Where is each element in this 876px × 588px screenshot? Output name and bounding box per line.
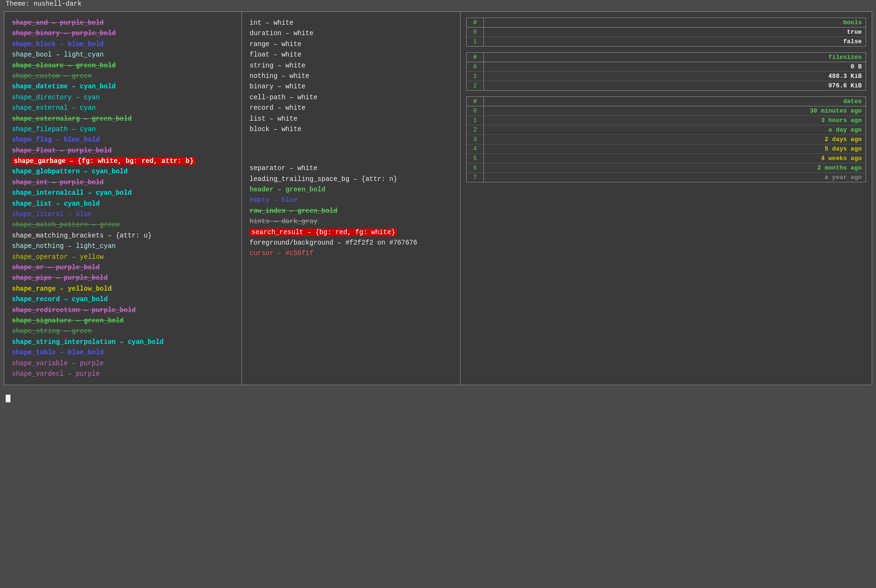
middle-item: string – white: [250, 60, 452, 71]
middle-item-search-result: search_result – {bg: red, fg: white}: [250, 227, 452, 237]
bools-row-0-num: 0: [467, 28, 484, 37]
left-panel-item: shape_flag – blue_bold: [12, 134, 234, 145]
left-panel-item: shape_closure – green_bold: [12, 60, 234, 71]
left-panel-item: shape_signature – green_bold: [12, 315, 234, 326]
dates-row-0-num: 0: [467, 106, 484, 115]
left-panel-item: shape_list – cyan_bold: [12, 199, 234, 209]
middle-item: int – white: [250, 18, 452, 28]
bools-row-1-num: 1: [467, 37, 484, 46]
theme-label: Theme: nushell-dark: [0, 0, 87, 11]
filesizes-table: # filesizes 0 0 B 1 488.3 KiB 2 976.6 Ki…: [466, 52, 866, 91]
left-panel-item: shape_int – purple_bold: [12, 177, 234, 188]
left-panel-item-garbage: shape_garbage – {fg: white, bg: red, att…: [12, 156, 234, 166]
left-panel-item: shape_or – purple_bold: [12, 262, 234, 273]
dates-row-4-val: 5 days ago: [484, 144, 866, 153]
left-panel-item: shape_redirection – purple_bold: [12, 305, 234, 315]
left-panel-item: shape_pipe – purple_bold: [12, 273, 234, 283]
middle-item: binary – white: [250, 81, 452, 92]
middle-item: record – white: [250, 103, 452, 113]
left-panel-item: shape_internalcall – cyan_bold: [12, 188, 234, 198]
middle-item: nothing – white: [250, 71, 452, 81]
middle-item-empty: empty – blue: [250, 195, 452, 205]
dates-row-3-val: 2 days ago: [484, 135, 866, 144]
filesizes-row-1-num: 1: [467, 72, 484, 81]
dates-table: # dates 0 30 minutes ago 1 3 hours ago 2…: [466, 96, 866, 182]
middle-item: range – white: [250, 39, 452, 49]
dates-row-6: 6 2 months ago: [467, 163, 866, 173]
middle-item-header: header – green_bold: [250, 184, 452, 195]
left-panel-item: shape_float – purple_bold: [12, 145, 234, 156]
filesizes-row-0: 0 0 B: [467, 62, 866, 72]
middle-item-row-index: row_index – green_bold: [250, 206, 452, 216]
left-panel-item: shape_record – cyan_bold: [12, 294, 234, 304]
dates-row-6-val: 2 months ago: [484, 163, 866, 172]
dates-row-1-num: 1: [467, 116, 484, 125]
filesizes-row-0-num: 0: [467, 62, 484, 71]
dates-title-header: dates: [484, 97, 866, 106]
left-panel-item: shape_datetime – cyan_bold: [12, 81, 234, 92]
bools-table: # bools 0 true 1 false: [466, 18, 866, 47]
left-panel-item: shape_external – cyan: [12, 103, 234, 113]
dates-row-7: 7 a year ago: [467, 173, 866, 182]
terminal-cursor: [6, 395, 10, 402]
middle-item: cell-path – white: [250, 92, 452, 103]
middle-spacer: [250, 134, 452, 163]
dates-row-5-val: 4 weeks ago: [484, 154, 866, 163]
filesizes-title-header: filesizes: [484, 53, 866, 62]
dates-row-3-num: 3: [467, 135, 484, 144]
left-panel-item: shape_literal – blue: [12, 209, 234, 219]
left-panel-item: shape_range – yellow_bold: [12, 284, 234, 294]
filesizes-row-1-val: 488.3 KiB: [484, 72, 866, 81]
dates-row-6-num: 6: [467, 163, 484, 172]
dates-row-0: 0 30 minutes ago: [467, 106, 866, 116]
middle-item: float – white: [250, 49, 452, 60]
left-panel-item: shape_matching_brackets – {attr: u}: [12, 230, 234, 241]
left-panel-item: shape_table – blue_bold: [12, 347, 234, 358]
filesizes-hash-header: #: [467, 53, 484, 62]
left-panel-item: shape_bool – light_cyan: [12, 49, 234, 60]
middle-item: separator – white: [250, 163, 452, 173]
bools-row-0-val: true: [484, 28, 866, 37]
dates-hash-header: #: [467, 97, 484, 106]
left-panel-item: shape_custom – green: [12, 71, 234, 81]
dates-row-1-val: 3 hours ago: [484, 116, 866, 125]
middle-item: list – white: [250, 114, 452, 124]
filesizes-row-2-val: 976.6 KiB: [484, 81, 866, 90]
filesizes-row-1: 1 488.3 KiB: [467, 72, 866, 81]
bools-row-1-val: false: [484, 37, 866, 46]
middle-item-cursor: cursor – #c50f1f: [250, 248, 452, 258]
left-panel-item: shape_globpattern – cyan_bold: [12, 166, 234, 177]
dates-row-4: 4 5 days ago: [467, 144, 866, 154]
left-panel-item: shape_filepath – cyan: [12, 124, 234, 134]
dates-row-2-val: a day ago: [484, 125, 866, 134]
middle-item-hints: hints – dark_gray: [250, 216, 452, 227]
left-panel-item: shape_binary – purple_bold: [12, 28, 234, 38]
middle-item: leading_trailing_space_bg – {attr: n}: [250, 174, 452, 184]
dates-row-7-val: a year ago: [484, 173, 866, 182]
left-panel-item: shape_vardecl – purple: [12, 369, 234, 379]
bools-row-0: 0 true: [467, 28, 866, 37]
left-panel-item: shape_directory – cyan: [12, 92, 234, 103]
left-panel-item: shape_and – purple_bold: [12, 18, 234, 28]
left-panel-item: shape_variable – purple: [12, 358, 234, 369]
left-panel-item: shape_nothing – light_cyan: [12, 241, 234, 251]
middle-panel: int – white duration – white range – whi…: [242, 12, 461, 385]
dates-row-1: 1 3 hours ago: [467, 116, 866, 125]
dates-row-2-num: 2: [467, 125, 484, 134]
left-panel-item: shape_operator – yellow: [12, 252, 234, 262]
middle-item-fg-bg: foreground/background – #f2f2f2 on #7676…: [250, 237, 452, 248]
left-panel-item: shape_string_interpolation – cyan_bold: [12, 337, 234, 347]
dates-row-0-val: 30 minutes ago: [484, 106, 866, 115]
bools-row-1: 1 false: [467, 37, 866, 46]
left-panel: shape_and – purple_bold shape_binary – p…: [4, 12, 242, 385]
terminal-cursor-line: [0, 389, 876, 406]
dates-row-5-num: 5: [467, 154, 484, 163]
left-panel-item: shape_block – blue_bold: [12, 39, 234, 49]
dates-row-4-num: 4: [467, 144, 484, 153]
dates-row-2: 2 a day ago: [467, 125, 866, 135]
middle-item: duration – white: [250, 28, 452, 38]
dates-row-7-num: 7: [467, 173, 484, 182]
theme-header: Theme: nushell-dark: [0, 0, 876, 8]
left-panel-item: shape_match_pattern – green: [12, 219, 234, 230]
dates-row-5: 5 4 weeks ago: [467, 154, 866, 163]
